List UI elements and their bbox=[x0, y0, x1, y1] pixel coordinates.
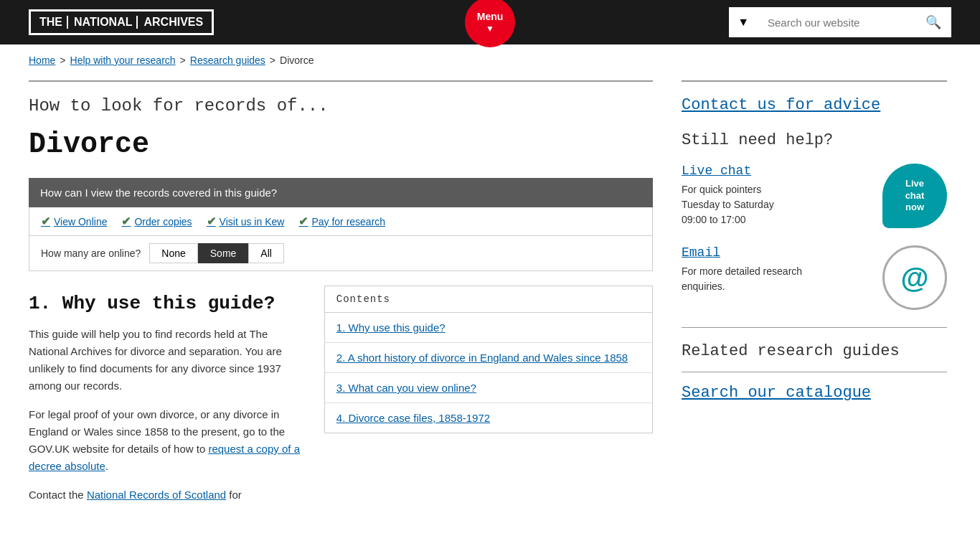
sidebar-bottom-divider bbox=[682, 372, 947, 372]
live-chat-desc-3: 09:00 to 17:00 bbox=[682, 212, 871, 227]
related-guides-heading: Related research guides bbox=[682, 342, 947, 360]
live-chat-item: Live chat For quick pointers Tuesday to … bbox=[682, 164, 947, 228]
breadcrumb: Home > Help with your research > Researc… bbox=[29, 44, 951, 73]
live-chat-link[interactable]: Live chat bbox=[682, 164, 871, 178]
tick-icon-3: ✔ bbox=[207, 215, 216, 228]
bubble-line-2: chat bbox=[905, 190, 925, 202]
breadcrumb-guides[interactable]: Research guides bbox=[190, 55, 265, 66]
contents-list: 1. Why use this guide? 2. A short histor… bbox=[325, 313, 652, 433]
breadcrumb-help[interactable]: Help with your research bbox=[70, 55, 176, 66]
body-content: 1. Why use this guide? This guide will h… bbox=[29, 271, 653, 515]
order-copies-label: Order copies bbox=[134, 216, 192, 227]
records-bar-text: How can I view the records covered in th… bbox=[40, 187, 277, 199]
contents-link-3[interactable]: 3. What can you view online? bbox=[325, 373, 652, 402]
email-desc-2: enquiries. bbox=[682, 279, 871, 294]
filter-some-button[interactable]: Some bbox=[198, 243, 249, 263]
breadcrumb-sep-3: > bbox=[270, 55, 275, 66]
tick-icon-2: ✔ bbox=[121, 215, 131, 228]
sidebar-middle-divider bbox=[682, 327, 947, 328]
pay-research-label: Pay for research bbox=[311, 216, 385, 227]
contents-item-2: 2. A short history of divorce in England… bbox=[325, 343, 652, 373]
bubble-line-3: now bbox=[905, 202, 924, 214]
at-symbol: @ bbox=[900, 262, 928, 294]
records-options: ✔ View Online ✔ Order copies ✔ Visit us … bbox=[29, 207, 653, 236]
visit-kew-option[interactable]: ✔ Visit us in Kew bbox=[207, 215, 285, 228]
records-bar: How can I view the records covered in th… bbox=[29, 178, 653, 207]
logo-box: THE NATIONAL ARCHIVES bbox=[29, 9, 214, 35]
order-copies-option[interactable]: ✔ Order copies bbox=[121, 215, 192, 228]
contents-item-4: 4. Divorce case files, 1858-1972 bbox=[325, 403, 652, 433]
contents-link-2[interactable]: 2. A short history of divorce in England… bbox=[325, 343, 652, 372]
email-item: Email For more detailed research enquiri… bbox=[682, 245, 947, 310]
body2-end: . bbox=[105, 460, 108, 472]
live-chat-text: Live chat For quick pointers Tuesday to … bbox=[682, 164, 871, 227]
visit-kew-label: Visit us in Kew bbox=[220, 216, 285, 227]
sidebar-top-divider bbox=[682, 80, 947, 82]
contents-box: Contents 1. Why use this guide? 2. A sho… bbox=[324, 286, 653, 433]
live-chat-bubble[interactable]: Live chat now bbox=[882, 164, 947, 228]
search-dropdown-button[interactable]: ▼ bbox=[729, 7, 758, 37]
email-text: Email For more detailed research enquiri… bbox=[682, 245, 871, 294]
contact-advice-link[interactable]: Contact us for advice bbox=[682, 96, 947, 114]
pay-research-option[interactable]: ✔ Pay for research bbox=[298, 215, 385, 228]
search-submit-button[interactable]: 🔍 bbox=[915, 7, 951, 37]
email-desc-1: For more detailed research bbox=[682, 264, 871, 279]
menu-button[interactable]: Menu ▼ bbox=[465, 0, 515, 47]
contents-item-3: 3. What can you view online? bbox=[325, 373, 652, 403]
guide-subtitle: How to look for records of... bbox=[29, 96, 653, 116]
body-paragraph-3: Contact the National Records of Scotland… bbox=[29, 486, 303, 504]
online-filter: How many are online? None Some All bbox=[29, 236, 653, 271]
bubble-line-1: Live bbox=[905, 178, 924, 190]
contents-link-1[interactable]: 1. Why use this guide? bbox=[325, 313, 652, 342]
breadcrumb-current: Divorce bbox=[280, 55, 314, 66]
still-help-heading: Still need help? bbox=[682, 131, 947, 149]
menu-label: Menu bbox=[477, 11, 504, 22]
chevron-down-icon: ▼ bbox=[486, 24, 494, 34]
email-link[interactable]: Email bbox=[682, 245, 871, 260]
logo-the: THE bbox=[39, 16, 68, 29]
scotland-link[interactable]: National Records of Scotland bbox=[87, 489, 226, 501]
main-content: How to look for records of... Divorce Ho… bbox=[29, 80, 653, 515]
contents-header: Contents bbox=[325, 286, 652, 313]
email-icon: @ bbox=[882, 245, 947, 310]
logo-archives: ARCHIVES bbox=[139, 16, 203, 29]
body3-start: Contact the bbox=[29, 489, 84, 501]
body3-end: for bbox=[229, 489, 242, 501]
logo-national: NATIONAL bbox=[70, 16, 138, 29]
breadcrumb-sep-1: > bbox=[60, 55, 65, 66]
search-bar: ▼ 🔍 bbox=[729, 7, 951, 37]
logo[interactable]: THE NATIONAL ARCHIVES bbox=[29, 9, 214, 35]
section1-heading: 1. Why use this guide? bbox=[29, 293, 303, 314]
view-online-option[interactable]: ✔ View Online bbox=[41, 215, 107, 228]
tick-icon-1: ✔ bbox=[41, 215, 50, 228]
tick-icon-4: ✔ bbox=[298, 215, 308, 228]
body-paragraph-2: For legal proof of your own divorce, or … bbox=[29, 406, 303, 475]
breadcrumb-sep-2: > bbox=[180, 55, 186, 66]
filter-none-button[interactable]: None bbox=[149, 243, 197, 263]
site-header: THE NATIONAL ARCHIVES Menu ▼ ▼ 🔍 bbox=[0, 0, 980, 44]
body-paragraph-1: This guide will help you to find records… bbox=[29, 326, 303, 395]
filter-label: How many are online? bbox=[41, 248, 141, 259]
contents-link-4[interactable]: 4. Divorce case files, 1858-1972 bbox=[325, 403, 652, 433]
search-catalogue-link[interactable]: Search our catalogue bbox=[682, 384, 871, 402]
live-chat-desc-1: For quick pointers bbox=[682, 182, 871, 197]
filter-all-button[interactable]: All bbox=[248, 243, 284, 263]
sidebar: Contact us for advice Still need help? L… bbox=[682, 80, 947, 515]
contents-item-1: 1. Why use this guide? bbox=[325, 313, 652, 343]
view-online-label: View Online bbox=[54, 216, 107, 227]
live-chat-desc-2: Tuesday to Saturday bbox=[682, 197, 871, 212]
search-input[interactable] bbox=[758, 7, 915, 37]
body-left: 1. Why use this guide? This guide will h… bbox=[29, 271, 303, 515]
page-title: Divorce bbox=[29, 128, 653, 161]
contents-box-wrapper: Contents 1. Why use this guide? 2. A sho… bbox=[324, 271, 653, 515]
filter-buttons: None Some All bbox=[149, 243, 284, 263]
breadcrumb-home[interactable]: Home bbox=[29, 55, 55, 66]
